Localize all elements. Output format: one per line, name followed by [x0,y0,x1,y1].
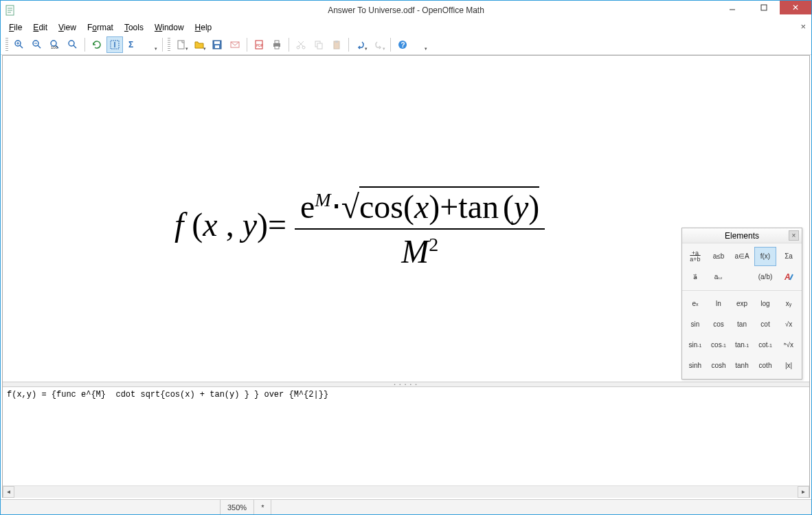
fn-cos[interactable]: cos [708,315,730,334]
formula-editor[interactable] [3,387,809,485]
menu-file[interactable]: File [3,21,27,34]
separator [84,38,85,52]
elements-close-icon[interactable]: × [789,230,799,241]
menu-format[interactable]: Format [82,21,119,34]
svg-rect-2 [761,5,767,10]
cat-operators[interactable]: Σa [778,247,800,266]
fn-ln[interactable]: ln [708,294,730,314]
status-cell-1 [1,500,221,514]
elements-panel[interactable]: Elements × +aa+b a≤b a∈A f(x) Σa a⃗ a▭ (… [681,228,802,380]
fn-xy[interactable]: xy [778,294,800,314]
status-zoom[interactable]: 350% [221,500,254,514]
save-button[interactable] [209,36,225,53]
print-button[interactable] [269,36,285,53]
svg-rect-33 [335,41,338,43]
zoom-out-button[interactable] [29,36,45,53]
cat-formats[interactable]: A [778,267,800,287]
cat-attributes[interactable]: a⃗ [684,267,706,287]
symbols-dropdown[interactable] [142,36,159,53]
scroll-left-icon[interactable]: ◄ [3,486,14,498]
open-button[interactable] [191,36,207,53]
splitter[interactable]: • • • • • [3,382,809,387]
titlebar[interactable]: Answer To Universe.odf - OpenOffice Math… [1,1,811,20]
scroll-right-icon[interactable]: ► [798,486,809,498]
elements-categories: +aa+b a≤b a∈A f(x) Σa a⃗ a▭ (a/b) A [682,243,802,291]
fn-nroot[interactable]: ⁿ√x [778,336,800,355]
fn-abs[interactable]: |x| [778,356,800,375]
cat-set[interactable]: a∈A [731,247,753,266]
horizontal-scrollbar[interactable]: ◄ ► [3,485,809,497]
svg-rect-27 [275,46,279,49]
fn-acot[interactable]: cot-1 [754,336,776,355]
symbols-button[interactable]: Σ [124,36,141,53]
fn-coth[interactable]: coth [754,356,776,375]
pdf-button[interactable]: PDF [251,36,267,53]
separator [247,38,247,52]
elements-title: Elements [725,231,759,241]
fn-sinh[interactable]: sinh [684,356,706,375]
paste-button[interactable] [328,36,345,53]
svg-line-4 [20,45,23,48]
svg-text:PDF: PDF [256,43,263,47]
fn-exp[interactable]: exp [731,294,753,314]
window-title: Answer To Universe.odf - OpenOffice Math [1,6,811,15]
svg-rect-18 [178,41,184,49]
cat-relations[interactable]: a≤b [708,247,730,266]
svg-rect-21 [215,45,219,48]
fn-tan[interactable]: tan [731,315,753,334]
formula-view[interactable]: f (x , y)= eM⋅√cos(x)+tan(y) M2 Elements… [3,56,809,382]
cut-button[interactable] [293,36,309,53]
cat-functions[interactable]: f(x) [754,247,776,266]
zoom-100-button[interactable]: 100 [47,36,63,53]
refresh-button[interactable] [89,36,105,53]
copy-button[interactable] [311,36,327,53]
close-document-icon[interactable]: × [800,21,806,32]
menu-tools[interactable]: Tools [119,21,149,34]
fn-sin[interactable]: sin [684,315,706,334]
scroll-track[interactable] [14,486,798,498]
menu-edit[interactable]: Edit [27,21,53,34]
fraction: eM⋅√cos(x)+tan(y) M2 [295,186,545,270]
separator [162,38,163,52]
formula-cursor-button[interactable] [106,36,123,53]
elements-functions: ex ln exp log xy sin cos tan cot √x sin-… [682,291,802,379]
zoom-in-button[interactable] [11,36,27,53]
cat-brackets[interactable]: (a/b) [754,267,776,287]
svg-rect-26 [275,41,279,43]
close-button[interactable]: ✕ [780,1,811,14]
content-area: f (x , y)= eM⋅√cos(x)+tan(y) M2 Elements… [2,55,810,498]
menu-window[interactable]: Window [149,21,190,34]
denominator: M2 [295,230,545,270]
svg-point-13 [69,41,74,46]
menu-view[interactable]: View [53,21,82,34]
formula-f: f [174,206,183,243]
maximize-button[interactable] [748,1,780,14]
fn-ex[interactable]: ex [684,294,706,314]
menu-help[interactable]: Help [190,21,218,34]
fn-asin[interactable]: sin-1 [684,336,706,355]
toolbar-grip[interactable] [168,38,170,52]
toolbar-grip[interactable] [5,38,8,52]
redo-button[interactable] [370,36,387,53]
fn-log[interactable]: log [754,294,776,314]
formula-render: f (x , y)= eM⋅√cos(x)+tan(y) M2 [174,186,545,270]
svg-line-14 [74,45,76,48]
zoom-fit-button[interactable] [65,36,81,53]
help-dropdown[interactable] [412,36,429,53]
new-button[interactable] [173,36,190,53]
fn-acos[interactable]: cos-1 [708,336,730,355]
statusbar: 350% * [1,499,811,514]
minimize-button[interactable] [717,1,748,14]
cat-unary[interactable]: +aa+b [684,247,706,266]
cat-others[interactable]: a▭ [708,267,730,287]
elements-header[interactable]: Elements × [682,228,802,243]
fn-sqrt[interactable]: √x [778,315,800,334]
email-button[interactable] [227,36,243,53]
fn-cot[interactable]: cot [754,315,776,334]
help-button[interactable]: ? [394,36,411,53]
fn-atan[interactable]: tan-1 [731,336,753,355]
undo-button[interactable] [352,36,369,53]
fn-tanh[interactable]: tanh [731,356,753,375]
fn-cosh[interactable]: cosh [708,356,730,375]
status-modified[interactable]: * [254,500,271,514]
